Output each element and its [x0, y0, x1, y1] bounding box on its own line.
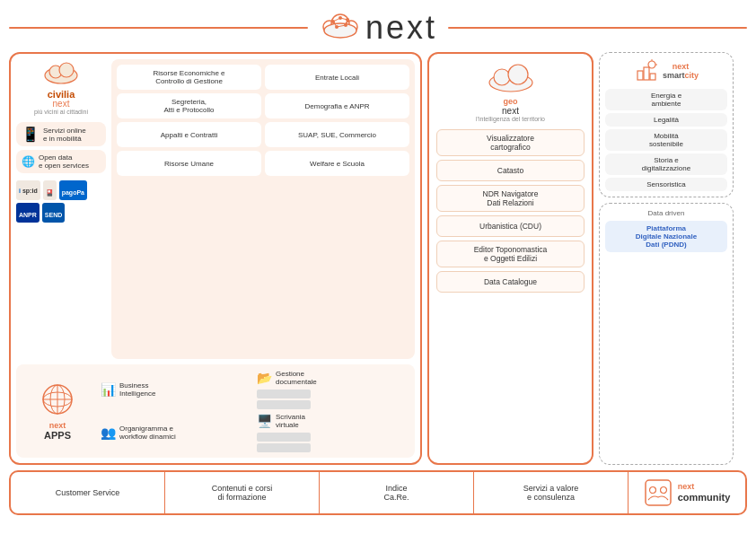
cie-label: 🎴 — [46, 189, 54, 196]
smartcity-top: next smartcity Energia eambiente Legalit… — [599, 52, 734, 197]
send-label: SEND — [45, 212, 62, 218]
smartcity-label: smartcity — [663, 71, 699, 80]
left-line — [9, 27, 308, 29]
servizi-label: Servizi a valoree consulenza — [523, 484, 579, 502]
app-item-bi: 📊 BusinessIntelligence — [101, 370, 253, 409]
top-header: next — [9, 9, 747, 47]
smartcity-header: next smartcity — [605, 58, 727, 83]
pagopa-label: pagoPa — [62, 189, 84, 196]
pagopa-badge: pagoPa — [59, 180, 87, 200]
bi-icon: 📊 — [101, 382, 116, 397]
smartcity-next-label: next — [663, 62, 699, 71]
svg-line-9 — [333, 18, 340, 22]
scrivania-boxes — [257, 433, 311, 452]
civilia-item-entrate: Entrate Locali — [265, 65, 409, 90]
mobile-icon: 📱 — [22, 126, 40, 143]
geo-item-visualizzatore: Visualizzatorecartografico — [436, 129, 585, 156]
nextapps-section: next APPS 📊 BusinessIntelligence 📂 — [16, 364, 415, 458]
smartcity-section: next smartcity Energia eambiente Legalit… — [599, 52, 734, 465]
smartcity-icon — [634, 58, 659, 83]
smartcity-bottom: Data driven PiattaformaDigitale Nazional… — [599, 203, 734, 465]
contenuti-label: Contenuti e corsidi formazione — [212, 484, 273, 502]
svg-point-28 — [648, 61, 655, 68]
anpr-badge: ANPR — [16, 203, 40, 223]
geo-header: geo next l'intelligenza del territorio — [436, 61, 585, 122]
nextapps-logo-col: next APPS — [22, 370, 93, 452]
civilia-section: civilia next più vicini ai cittadini 📱 S… — [16, 59, 415, 359]
svg-point-32 — [649, 487, 655, 494]
page: next civilia next — [0, 0, 756, 534]
civilia-item-appalti: Appalti e Contratti — [117, 122, 261, 147]
civilia-item-demografia: Demografia e ANPR — [265, 93, 409, 118]
svg-point-23 — [494, 69, 510, 85]
smartcity-sensoristica: Sensoristica — [605, 178, 727, 191]
app-scrivania-row: 🖥️ Scrivaniavirtuale — [257, 413, 305, 429]
civilia-left-col: civilia next più vicini ai cittadini 📱 S… — [16, 59, 106, 359]
bottom-servizi: Servizi a valoree consulenza — [474, 472, 629, 513]
app-gestione-row: 📂 Gestionedocumentale — [257, 370, 317, 386]
svg-rect-31 — [646, 480, 671, 505]
top-logo-center: next — [308, 9, 448, 47]
svg-point-3 — [324, 23, 356, 38]
civilia-logo-area: civilia next più vicini ai cittadini — [16, 59, 106, 115]
civilia-item-welfare: Welfare e Scuola — [265, 151, 409, 176]
logos-row: i sp:id 🎴 pagoPa ANPR SEN — [16, 180, 106, 223]
send-badge: SEND — [42, 203, 65, 223]
cie-badge: 🎴 — [43, 180, 57, 200]
box2 — [257, 400, 311, 409]
gestione-boxes — [257, 390, 311, 409]
right-line — [448, 27, 747, 29]
apps-grid: 📊 BusinessIntelligence 📂 Gestionedocumen… — [101, 370, 409, 452]
bottom-indice: IndiceCa.Re. — [320, 472, 474, 513]
smartcity-logo: next smartcity — [605, 58, 727, 83]
geo-next-label: next — [436, 106, 585, 116]
community-next-label: next — [678, 482, 731, 492]
geo-subtitle: l'intelligenza del territorio — [436, 116, 585, 122]
org-label: Organigramma eworkflow dinamici — [119, 425, 176, 441]
smartcity-mobilita: Mobilitàsostenibile — [605, 129, 727, 151]
main-container: civilia next più vicini ai cittadini 📱 S… — [9, 52, 747, 465]
svg-point-24 — [508, 65, 528, 84]
smartcity-energia: Energia eambiente — [605, 89, 727, 110]
opendata-icon: 🌐 — [22, 155, 35, 168]
org-icon: 👥 — [101, 425, 116, 440]
left-box: civilia next più vicini ai cittadini 📱 S… — [9, 52, 422, 465]
civilia-grid: Risorse Economiche eControllo di Gestion… — [117, 65, 409, 176]
civilia-subtitle: più vicini ai cittadini — [16, 109, 106, 115]
gestione-icon: 📂 — [257, 371, 272, 385]
bottom-customer-service: Customer Service — [11, 472, 165, 513]
geo-section: geo next l'intelligenza del territorio V… — [427, 52, 593, 465]
civilia-item-risorse-umane: Risorse Umane — [117, 151, 261, 176]
app-item-organigramma: 👥 Organigramma eworkflow dinamici — [101, 413, 253, 452]
geo-item-ndr: NDR NavigatoreDati Relazioni — [436, 185, 585, 212]
civilia-opendata-label: Open datae open services — [39, 153, 89, 170]
geo-item-urbanistica: Urbanistica (CDU) — [436, 215, 585, 237]
spid-label: sp:id — [22, 188, 38, 194]
nextapps-logo: next APPS — [40, 381, 75, 441]
civilia-cloud-icon — [41, 59, 81, 86]
gestione-label: Gestionedocumentale — [276, 370, 317, 386]
data-driven-label: Data driven — [605, 209, 727, 217]
bi-label: BusinessIntelligence — [119, 381, 155, 398]
svg-point-33 — [660, 487, 666, 494]
spid-icon: i — [19, 188, 21, 194]
next-title: next — [365, 9, 437, 47]
civilia-next: next — [16, 100, 106, 109]
geo-brand: geo — [436, 97, 585, 106]
svg-point-16 — [59, 63, 74, 77]
civilia-badge-opendata: 🌐 Open datae open services — [16, 150, 106, 173]
scrivania-icon: 🖥️ — [257, 414, 272, 428]
geo-cloud-icon — [484, 61, 538, 93]
bottom-community: next community — [629, 475, 745, 511]
bottom-contenuti: Contenuti e corsidi formazione — [165, 472, 320, 513]
civilia-badge-services: 📱 Servizi onlinee in mobilità — [16, 122, 106, 146]
smartcity-items: Energia eambiente Legalità Mobilitàsoste… — [605, 89, 727, 191]
pdnd-box: PiattaformaDigitale NazionaleDati (PDND) — [605, 221, 727, 252]
indice-label: IndiceCa.Re. — [383, 484, 409, 502]
civilia-item-suap: SUAP, SUE, Commercio — [265, 122, 409, 147]
app-item-gestione: 📂 Gestionedocumentale — [257, 370, 409, 409]
app-item-scrivania: 🖥️ Scrivaniavirtuale — [257, 413, 409, 452]
civilia-item-risorse-econ: Risorse Economiche eControllo di Gestion… — [117, 65, 261, 90]
civilia-services-label: Servizi onlinee in mobilità — [43, 127, 86, 143]
geo-item-data-catalogue: Data Catalogue — [436, 271, 585, 293]
